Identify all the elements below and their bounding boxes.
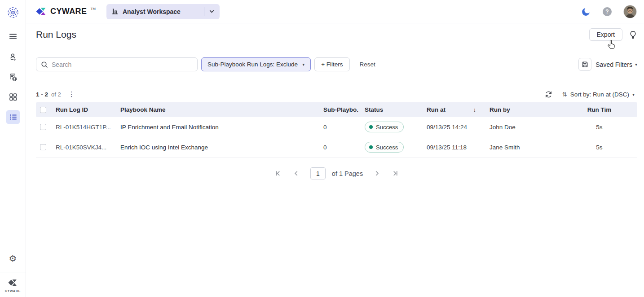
reset-filters-link[interactable]: Reset [360, 61, 375, 68]
playbook-name-cell[interactable]: Enrich IOC using Intel Exchange [115, 144, 318, 151]
chevron-down-icon: ▾ [632, 92, 635, 97]
mouse-cursor [608, 40, 615, 49]
sidebar-item-run-logs[interactable] [6, 110, 20, 124]
search-input[interactable] [52, 61, 193, 68]
row-checkbox-cell [36, 124, 50, 130]
chevron-left-icon [293, 170, 300, 177]
sort-dropdown[interactable]: ⇅ Sort by: Run at (DSC) ▾ [560, 89, 637, 100]
header-sub-playbooks[interactable]: Sub-Playbo. [318, 106, 359, 113]
dark-mode-toggle[interactable] [581, 7, 591, 17]
run-time-cell: 5s [561, 124, 637, 131]
saved-filters-group: Saved Filters ▾ [578, 58, 637, 71]
sub-playbooks-cell: 0 [318, 144, 359, 151]
brand-tm: TM [90, 6, 96, 12]
workspace-building-icon [111, 8, 119, 15]
topbar-right: ? [581, 5, 637, 18]
row-checkbox[interactable] [40, 144, 46, 150]
save-floppy-icon [582, 61, 588, 68]
lightbulb-icon [629, 31, 637, 39]
workspace-label: Analyst Workspace [123, 8, 181, 15]
status-label: Success [376, 144, 398, 151]
topbar: CYWARE TM Analyst Workspace ? [26, 0, 644, 23]
run-log-id-cell[interactable]: RL-01K514HGT1P... [50, 124, 115, 131]
header-run-by[interactable]: Run by [484, 106, 561, 113]
sidebar-item-playbooks[interactable] [6, 70, 20, 84]
status-badge: Success [365, 142, 404, 153]
table-row[interactable]: RL-01K50SVKJ4... Enrich IOC using Intel … [36, 137, 637, 157]
help-icon: ? [603, 7, 612, 16]
chevron-right-icon [374, 170, 380, 177]
status-badge: Success [365, 122, 404, 132]
status-dot-icon [369, 145, 373, 149]
kebab-menu-icon[interactable]: ⋮ [68, 90, 75, 98]
user-network-icon [8, 52, 18, 61]
saved-filters-label: Saved Filters [595, 61, 632, 68]
export-button[interactable]: Export [589, 28, 622, 41]
header-run-time[interactable]: Run Tim [561, 106, 637, 113]
select-all-checkbox[interactable] [40, 107, 46, 113]
page-header: Run Logs Export [26, 23, 644, 46]
header-run-log-id[interactable]: Run Log ID [50, 106, 115, 113]
next-page-button[interactable] [373, 169, 381, 178]
search-box[interactable] [36, 57, 198, 71]
sub-playbooks-cell: 0 [318, 124, 359, 131]
last-page-icon [392, 170, 399, 177]
status-dot-icon [369, 125, 373, 129]
save-filter-button[interactable] [578, 58, 591, 71]
playbook-gear-icon [8, 72, 18, 82]
refresh-button[interactable] [545, 91, 552, 98]
grid-icon [9, 92, 18, 101]
add-filters-button[interactable]: + Filters [314, 57, 349, 71]
playbook-name-cell[interactable]: IP Enrichment and Email Notification [115, 124, 318, 131]
main-area: CYWARE TM Analyst Workspace ? [26, 0, 644, 297]
sidebar-item-menu[interactable] [6, 29, 20, 44]
run-at-cell: 09/13/25 14:24 [421, 124, 484, 131]
header-playbook-name[interactable]: Playbook Name [115, 106, 318, 113]
content: Sub-Playbook Run Logs: Exclude ▾ + Filte… [26, 57, 644, 179]
workspace-selector[interactable]: Analyst Workspace [106, 4, 220, 19]
help-button[interactable]: ? [603, 7, 612, 16]
saved-filters-dropdown[interactable]: Saved Filters ▾ [595, 61, 637, 68]
result-total: of 2 [51, 91, 61, 98]
tips-button[interactable] [629, 31, 637, 39]
last-page-button[interactable] [391, 169, 400, 178]
chevron-down-icon: ▾ [635, 62, 637, 67]
left-sidebar: ⚙ CYWARE [0, 0, 26, 297]
moon-icon [581, 7, 591, 17]
header-checkbox-cell [36, 107, 50, 113]
first-page-button[interactable] [273, 169, 282, 178]
header-run-at[interactable]: Run at ↓ [421, 106, 484, 113]
list-meta-row: 1 - 2 of 2 ⋮ ⇅ Sort by: Run at (DSC) ▾ [36, 87, 637, 101]
settings-gear-icon[interactable]: ⚙ [6, 251, 20, 266]
page-number-input[interactable]: 1 [310, 167, 326, 179]
row-checkbox[interactable] [40, 124, 46, 130]
refresh-icon [545, 91, 552, 98]
page-count-label: of 1 Pages [332, 170, 363, 177]
status-label: Success [376, 124, 398, 131]
run-time-cell: 5s [561, 144, 637, 151]
cyware-mono-logo-icon [8, 278, 18, 288]
run-log-id-cell[interactable]: RL-01K50SVKJ4... [50, 144, 115, 151]
orchestrate-spiral-icon[interactable] [6, 6, 20, 19]
sidebar-footer-brand: CYWARE [5, 272, 21, 297]
user-avatar[interactable] [623, 5, 637, 18]
sidebar-item-apps[interactable] [6, 90, 20, 104]
meta-right: ⇅ Sort by: Run at (DSC) ▾ [545, 89, 637, 100]
run-at-cell: 09/13/25 11:18 [421, 144, 484, 151]
run-by-cell: John Doe [484, 124, 561, 131]
subplaybook-filter-label: Sub-Playbook Run Logs: Exclude [207, 61, 298, 68]
cyware-brand: CYWARE TM [36, 6, 96, 17]
search-icon [41, 61, 48, 68]
filter-divider [355, 61, 355, 69]
sidebar-item-users[interactable] [6, 49, 20, 64]
prev-page-button[interactable] [292, 169, 300, 178]
header-run-at-label: Run at [427, 106, 446, 113]
filter-bar: Sub-Playbook Run Logs: Exclude ▾ + Filte… [36, 57, 637, 71]
hamburger-icon [9, 32, 18, 41]
status-cell: Success [359, 122, 421, 132]
row-checkbox-cell [36, 144, 50, 150]
table-row[interactable]: RL-01K514HGT1P... IP Enrichment and Emai… [36, 117, 637, 137]
header-status[interactable]: Status [359, 106, 421, 113]
subplaybook-filter-chip[interactable]: Sub-Playbook Run Logs: Exclude ▾ [201, 57, 311, 71]
run-by-cell: Jane Smith [484, 144, 561, 151]
